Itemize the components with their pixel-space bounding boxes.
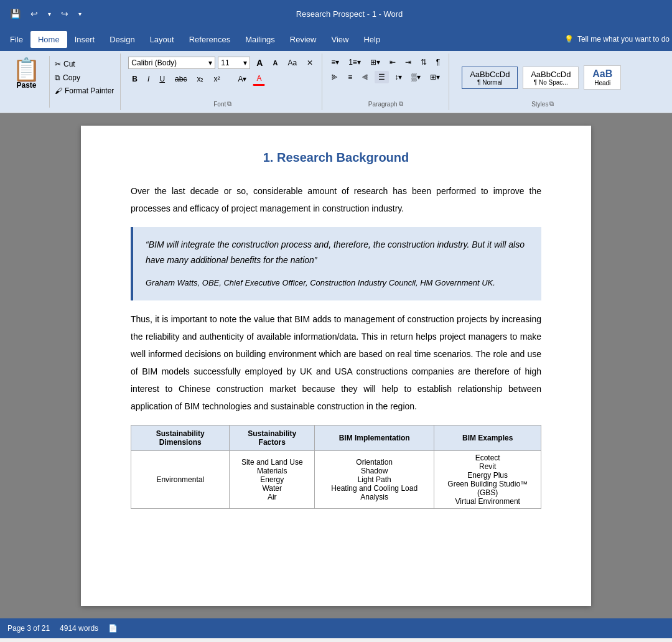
styles-group-label: Styles ⧉	[531, 100, 554, 108]
title-bar-left: 💾 ↩ ▾ ↪ ▾	[7, 6, 84, 21]
font-case-button[interactable]: Aa	[284, 57, 301, 69]
paste-button[interactable]: 📋 Paste	[9, 56, 44, 92]
word-count: 4914 words	[60, 624, 98, 633]
font-controls: Calibri (Body) ▾ 11 ▾ A A Aa ✕ B I U abc…	[128, 56, 317, 99]
increase-indent-button[interactable]: ⇥	[401, 56, 415, 68]
undo-dropdown-icon[interactable]: ▾	[45, 8, 54, 20]
cut-icon: ✂	[55, 60, 61, 68]
numbering-button[interactable]: 1≡▾	[345, 56, 365, 68]
table-header-bim-ex: BIM Examples	[434, 425, 541, 450]
subscript-button[interactable]: x₂	[193, 73, 207, 85]
paragraph-group: ≡▾ 1≡▾ ⊞▾ ⇤ ⇥ ⇅ ¶ ⫸ ≡ ⫷ ☰ ↕▾ ▒▾ ⊞▾ Parag…	[322, 54, 449, 110]
font-clear-button[interactable]: ✕	[303, 57, 317, 69]
styles-group-expand[interactable]: ⧉	[549, 100, 554, 108]
tell-me-box[interactable]: 💡 Tell me what you want to do	[564, 35, 670, 44]
line-spacing-button[interactable]: ↕▾	[391, 71, 406, 83]
multilevel-button[interactable]: ⊞▾	[366, 56, 384, 68]
style-nospace-label: ¶ No Spac...	[528, 79, 573, 86]
cut-label: Cut	[63, 60, 75, 68]
paragraph-row2: ⫸ ≡ ⫷ ☰ ↕▾ ▒▾ ⊞▾	[327, 71, 444, 83]
font-row1: Calibri (Body) ▾ 11 ▾ A A Aa ✕	[128, 56, 317, 70]
style-heading-label: Headi	[589, 80, 615, 86]
copy-icon: ⧉	[55, 73, 60, 82]
font-grow-button[interactable]: A	[253, 56, 266, 70]
italic-button[interactable]: I	[144, 73, 153, 85]
font-color-button[interactable]: A	[253, 72, 265, 86]
menu-item-file[interactable]: File	[2, 31, 30, 48]
lightbulb-icon: 💡	[564, 35, 574, 44]
align-justify-button[interactable]: ☰	[375, 71, 389, 83]
table-cell-bim-impl: OrientationShadowLight PathHeating and C…	[315, 450, 434, 508]
styles-controls: AaBbCcDd ¶ Normal AaBbCcDd ¶ No Spac... …	[462, 56, 623, 99]
align-right-button[interactable]: ⫷	[358, 71, 373, 83]
shading-button[interactable]: ▒▾	[408, 71, 424, 83]
table-header-bim-impl: BIM Implementation	[315, 425, 434, 450]
document-quote-attribution: Graham Watts, OBE, Chief Executive Offic…	[146, 276, 529, 290]
align-left-button[interactable]: ⫸	[327, 71, 342, 83]
decrease-indent-button[interactable]: ⇤	[386, 56, 399, 68]
bullets-button[interactable]: ≡▾	[327, 56, 343, 68]
font-family-select[interactable]: Calibri (Body) ▾	[128, 57, 215, 69]
menu-item-insert[interactable]: Insert	[67, 31, 103, 48]
style-normal-label: ¶ Normal	[467, 79, 512, 86]
copy-label: Copy	[63, 73, 80, 82]
align-center-button[interactable]: ≡	[344, 71, 356, 83]
menu-item-help[interactable]: Help	[356, 31, 388, 48]
menu-item-references[interactable]: References	[182, 31, 238, 48]
menu-item-mailings[interactable]: Mailings	[238, 31, 282, 48]
document-table: Sustainability Dimensions Sustainability…	[131, 425, 541, 509]
table-row: Environmental Site and Land UseMaterials…	[131, 450, 541, 508]
font-group: Calibri (Body) ▾ 11 ▾ A A Aa ✕ B I U abc…	[123, 54, 322, 110]
style-heading-preview: AaB	[589, 68, 615, 80]
paragraph-group-label: Paragraph ⧉	[368, 100, 403, 108]
format-painter-button[interactable]: 🖌 Format Painter	[52, 85, 116, 96]
redo-icon[interactable]: ↪	[58, 6, 71, 21]
font-shrink-button[interactable]: A	[269, 57, 281, 68]
menu-item-view[interactable]: View	[324, 31, 356, 48]
highlight-button[interactable]: A▾	[234, 73, 250, 85]
menu-item-home[interactable]: Home	[30, 31, 67, 48]
title-bar: 💾 ↩ ▾ ↪ ▾ Research Prospect - 1 - Word	[0, 0, 672, 27]
document-page[interactable]: 1. Research Background Over the last dec…	[81, 126, 591, 606]
paragraph-group-expand[interactable]: ⧉	[399, 100, 403, 108]
table-cell-dimension: Environmental	[131, 450, 230, 508]
copy-button[interactable]: ⧉ Copy	[52, 72, 116, 83]
strikethrough-button[interactable]: abc	[171, 73, 190, 85]
quick-access-dropdown[interactable]: ▾	[76, 8, 84, 20]
font-group-expand[interactable]: ⧉	[227, 100, 231, 108]
show-marks-button[interactable]: ¶	[432, 56, 444, 68]
paragraph-controls: ≡▾ 1≡▾ ⊞▾ ⇤ ⇥ ⇅ ¶ ⫸ ≡ ⫷ ☰ ↕▾ ▒▾ ⊞▾	[327, 56, 444, 99]
style-heading-box[interactable]: AaB Headi	[584, 65, 621, 90]
borders-button[interactable]: ⊞▾	[426, 71, 444, 83]
clipboard-group: 📋 Paste ✂ Cut ⧉ Copy 🖌 Format Painter	[5, 54, 121, 110]
underline-button[interactable]: U	[156, 73, 169, 85]
paragraph-row1: ≡▾ 1≡▾ ⊞▾ ⇤ ⇥ ⇅ ¶	[327, 56, 444, 68]
superscript-button[interactable]: x²	[210, 73, 223, 85]
menu-item-design[interactable]: Design	[102, 31, 142, 48]
table-header-row: Sustainability Dimensions Sustainability…	[131, 425, 541, 450]
styles-group: AaBbCcDd ¶ Normal AaBbCcDd ¶ No Spac... …	[449, 54, 636, 110]
style-nospace-box[interactable]: AaBbCcDd ¶ No Spac...	[523, 67, 579, 89]
ribbon: 📋 Paste ✂ Cut ⧉ Copy 🖌 Format Painter	[0, 51, 672, 113]
lang-icon: 📄	[108, 624, 118, 633]
paste-label: Paste	[16, 81, 36, 90]
document-heading: 1. Research Background	[131, 151, 541, 165]
title-bar-title: Research Prospect - 1 - Word	[296, 9, 403, 19]
document-para2: Thus, it is important to note the value …	[131, 310, 541, 415]
font-row2: B I U abc x₂ x² A▾ A	[128, 72, 265, 86]
bold-button[interactable]: B	[128, 73, 141, 85]
style-normal-box[interactable]: AaBbCcDd ¶ Normal	[462, 67, 518, 89]
sort-button[interactable]: ⇅	[417, 56, 431, 68]
format-painter-icon: 🖌	[55, 86, 62, 95]
menu-item-layout[interactable]: Layout	[142, 31, 182, 48]
document-quote-text: “BIM will integrate the construction pro…	[146, 237, 529, 268]
tell-me-text: Tell me what you want to do	[577, 35, 670, 44]
menu-item-review[interactable]: Review	[282, 31, 324, 48]
status-bar: Page 3 of 21 4914 words 📄	[0, 618, 672, 638]
format-painter-label: Format Painter	[65, 86, 114, 95]
cut-button[interactable]: ✂ Cut	[52, 58, 116, 70]
font-size-select[interactable]: 11 ▾	[218, 57, 250, 69]
undo-icon[interactable]: ↩	[28, 6, 40, 21]
font-group-label: Font ⧉	[213, 100, 231, 108]
save-icon[interactable]: 💾	[7, 6, 23, 21]
